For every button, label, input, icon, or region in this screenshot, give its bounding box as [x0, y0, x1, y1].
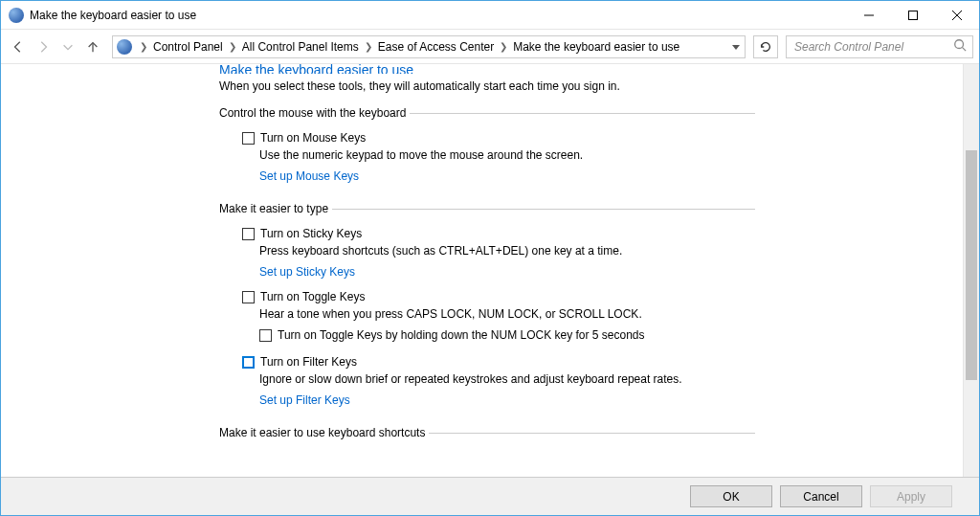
setup-mouse-keys-link[interactable]: Set up Mouse Keys — [259, 169, 755, 183]
group-mouse-keys: Control the mouse with the keyboard Turn… — [219, 106, 755, 194]
chevron-right-icon[interactable]: ❯ — [496, 41, 511, 52]
mouse-keys-checkbox[interactable] — [242, 132, 255, 145]
app-icon — [9, 8, 24, 23]
filter-keys-description: Ignore or slow down brief or repeated ke… — [259, 372, 755, 386]
chevron-right-icon[interactable]: ❯ — [225, 41, 240, 52]
toggle-keys-checkbox[interactable] — [242, 291, 255, 303]
titlebar: Make the keyboard easier to use — [1, 1, 979, 30]
sticky-keys-description: Press keyboard shortcuts (such as CTRL+A… — [259, 244, 755, 258]
group-keyboard-shortcuts: Make it easier to use keyboard shortcuts — [219, 426, 755, 447]
window-title: Make the keyboard easier to use — [30, 9, 847, 22]
svg-marker-5 — [732, 45, 740, 50]
vertical-scrollbar[interactable] — [963, 64, 979, 477]
toggle-keys-numlock-checkbox[interactable] — [259, 329, 272, 342]
sticky-keys-label[interactable]: Turn on Sticky Keys — [260, 227, 362, 240]
svg-point-6 — [955, 40, 964, 49]
group-legend: Make it easier to use keyboard shortcuts — [219, 426, 429, 439]
svg-line-7 — [963, 48, 967, 52]
address-bar[interactable]: ❯ Control Panel ❯ All Control Panel Item… — [112, 35, 746, 58]
breadcrumb-all-items[interactable]: All Control Panel Items — [240, 40, 361, 54]
setup-filter-keys-link[interactable]: Set up Filter Keys — [259, 393, 755, 407]
up-button[interactable] — [81, 35, 104, 58]
search-box[interactable] — [786, 35, 973, 58]
ok-button[interactable]: OK — [690, 485, 772, 507]
scrollbar-thumb[interactable] — [966, 150, 977, 380]
page-title: Make the keyboard easier to use — [219, 64, 755, 74]
toggle-keys-description: Hear a tone when you press CAPS LOCK, NU… — [259, 307, 755, 321]
maximize-button[interactable] — [891, 1, 935, 30]
apply-button[interactable]: Apply — [870, 485, 952, 507]
page-subtitle: When you select these tools, they will a… — [219, 79, 755, 93]
group-easier-to-type: Make it easier to type Turn on Sticky Ke… — [219, 202, 755, 418]
filter-keys-label[interactable]: Turn on Filter Keys — [260, 355, 357, 369]
minimize-button[interactable] — [847, 1, 891, 30]
group-legend: Control the mouse with the keyboard — [219, 106, 410, 120]
breadcrumb-ease-of-access[interactable]: Ease of Access Center — [376, 40, 496, 54]
content-area: Make the keyboard easier to use When you… — [1, 64, 979, 477]
toolbar: ❯ Control Panel ❯ All Control Panel Item… — [1, 30, 979, 64]
recent-locations-button[interactable] — [56, 35, 79, 58]
back-button[interactable] — [7, 35, 30, 58]
mouse-keys-label[interactable]: Turn on Mouse Keys — [260, 131, 366, 145]
search-icon — [953, 38, 967, 55]
close-button[interactable] — [935, 1, 979, 30]
group-legend: Make it easier to type — [219, 202, 332, 215]
svg-rect-1 — [909, 11, 918, 19]
breadcrumb-control-panel[interactable]: Control Panel — [151, 40, 225, 54]
control-panel-icon — [117, 39, 132, 55]
filter-keys-checkbox[interactable] — [242, 356, 255, 369]
toggle-keys-numlock-label[interactable]: Turn on Toggle Keys by holding down the … — [278, 328, 645, 342]
breadcrumb-current[interactable]: Make the keyboard easier to use — [511, 40, 681, 54]
chevron-right-icon[interactable]: ❯ — [136, 41, 151, 52]
refresh-button[interactable] — [753, 35, 778, 58]
setup-sticky-keys-link[interactable]: Set up Sticky Keys — [259, 265, 755, 279]
mouse-keys-description: Use the numeric keypad to move the mouse… — [259, 148, 755, 162]
button-bar: OK Cancel Apply — [1, 477, 979, 515]
cancel-button[interactable]: Cancel — [780, 485, 862, 507]
forward-button[interactable] — [32, 35, 55, 58]
sticky-keys-checkbox[interactable] — [242, 228, 255, 240]
chevron-right-icon[interactable]: ❯ — [361, 41, 376, 52]
search-input[interactable] — [792, 39, 953, 55]
address-dropdown-button[interactable] — [727, 42, 745, 52]
toggle-keys-label[interactable]: Turn on Toggle Keys — [260, 290, 365, 303]
